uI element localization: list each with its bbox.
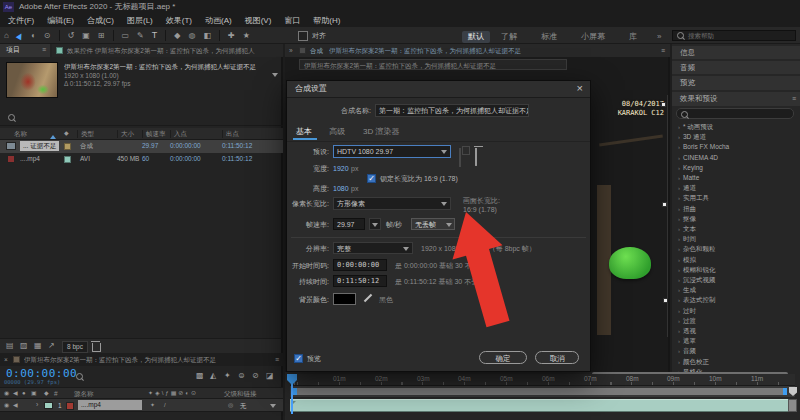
- effect-category[interactable]: ›模拟: [678, 255, 798, 265]
- workspace-small-screen-tab[interactable]: 小屏幕: [581, 32, 605, 42]
- width-value[interactable]: 1920: [333, 165, 349, 173]
- height-value[interactable]: 1080: [333, 185, 349, 193]
- panel-menu-icon[interactable]: ≡: [42, 46, 46, 53]
- viewer-breadcrumb[interactable]: 伊斯坦布尔探案2第一期：监控拍下凶杀，为何抓捕犯人却证据不足: [299, 59, 567, 70]
- roto-brush-tool-icon[interactable]: ✚: [228, 32, 235, 40]
- footage-title-caret[interactable]: [272, 66, 278, 84]
- layer-eye-icon[interactable]: ◉: [4, 402, 9, 408]
- effect-category[interactable]: ›颜色校正: [678, 357, 798, 367]
- frame-rate-caret-button[interactable]: [369, 218, 381, 230]
- project-search-row[interactable]: [0, 108, 283, 126]
- color-depth-button[interactable]: 8 bpc: [62, 341, 88, 353]
- menu-animation[interactable]: 动画(A): [205, 16, 232, 26]
- parent-caret-icon[interactable]: [270, 404, 276, 411]
- frame-blend-icon[interactable]: ⊜: [238, 372, 245, 380]
- timeline-panel-menu-icon[interactable]: ≡: [275, 356, 279, 363]
- effect-category[interactable]: ›3D 通道: [678, 132, 798, 142]
- effect-category[interactable]: ›透视: [678, 326, 798, 336]
- video-frame[interactable]: 08/04/2017 KARAKOL C12: [597, 95, 668, 337]
- selection-handle-top[interactable]: [661, 102, 666, 107]
- project-row-footage[interactable]: ....mp4 AVI 450 MB 60 0:00:00:00 0:11:50…: [0, 153, 283, 166]
- selection-handle-bottom[interactable]: [663, 298, 668, 303]
- tab-3d-renderer[interactable]: 3D 渲染器: [363, 127, 399, 137]
- duration-input[interactable]: 0:11:50:12: [333, 275, 387, 287]
- preset-copy-icon[interactable]: [459, 148, 461, 167]
- effect-category[interactable]: ›模糊和锐化: [678, 265, 798, 275]
- layer-expander-icon[interactable]: ›: [36, 401, 38, 408]
- project-table-header[interactable]: 名称 ◆ 类型 大小 帧速率 入点 出点: [0, 128, 283, 140]
- home-tool-icon[interactable]: ⌂: [4, 32, 9, 40]
- timeline-tab-close-icon[interactable]: ×: [4, 356, 8, 364]
- lock-aspect-checkbox[interactable]: ✓: [367, 174, 376, 183]
- effect-controls-tab[interactable]: 效果控件 伊斯坦布尔探案2第一期：监控拍下凶杀，为何抓捕犯人: [52, 44, 283, 57]
- preview-panel-tab[interactable]: 预览: [672, 76, 800, 90]
- layer-parent-dropdown[interactable]: 无: [240, 402, 247, 410]
- work-area-start-handle[interactable]: [293, 388, 297, 395]
- effect-category[interactable]: ›过时: [678, 306, 798, 316]
- workspace-libraries-tab[interactable]: 库: [629, 32, 637, 42]
- comp-name-input[interactable]: 第一期：监控拍下凶杀，为何抓捕犯人却证据不足: [375, 104, 529, 117]
- project-row-composition[interactable]: ... 证据不足 合成 29.97 0:00:00:00 0:11:50:12: [0, 140, 283, 153]
- dialog-title-bar[interactable]: 合成设置 ×: [287, 81, 590, 98]
- align-checkbox[interactable]: [298, 31, 308, 41]
- start-timecode-input[interactable]: 0:00:00:00: [333, 259, 387, 271]
- effect-category[interactable]: ›Keying: [678, 163, 798, 173]
- comp-label-chip[interactable]: [64, 143, 71, 150]
- viewer-panel-menu-icon[interactable]: ≡: [661, 47, 665, 54]
- footage-label-chip[interactable]: [64, 156, 71, 163]
- effect-category[interactable]: ›Matte: [678, 173, 798, 183]
- menu-window[interactable]: 窗口: [284, 16, 300, 26]
- parent-link-col[interactable]: 父级和链接: [224, 390, 257, 398]
- layer-row[interactable]: ◉ ◀ › 1 ....mp4 ✦ / ◎ 无: [0, 399, 283, 412]
- effects-presets-panel-tab[interactable]: 效果和预设: [672, 92, 800, 106]
- timeline-search-icon[interactable]: [76, 373, 83, 380]
- effect-category[interactable]: ›音频: [678, 346, 798, 356]
- effect-category[interactable]: ›时间: [678, 234, 798, 244]
- viewer-tab-title[interactable]: 伊斯坦布尔探案2第一期：监控拍下凶杀，为何抓捕犯人却证据不足: [329, 47, 639, 55]
- preset-delete-icon[interactable]: [475, 148, 477, 166]
- pickwhip-icon[interactable]: ◎: [228, 402, 233, 408]
- eraser-tool-icon[interactable]: ◧: [203, 32, 211, 40]
- layer-duration-bar[interactable]: [290, 399, 788, 412]
- bg-color-swatch[interactable]: [333, 293, 356, 305]
- workspace-standard-tab[interactable]: 标准: [541, 32, 557, 42]
- resolution-dropdown[interactable]: 完整: [333, 242, 413, 254]
- effect-category[interactable]: ›过渡: [678, 316, 798, 326]
- effect-category[interactable]: ›生成: [678, 285, 798, 295]
- new-folder-icon[interactable]: ▨: [20, 342, 28, 350]
- menu-help[interactable]: 帮助(H): [313, 16, 340, 26]
- zoom-tool-icon[interactable]: ⊙: [44, 32, 51, 40]
- effect-category[interactable]: ›杂色和颗粒: [678, 244, 798, 254]
- source-name-col[interactable]: 源名称: [74, 390, 94, 398]
- menu-file[interactable]: 文件(F): [8, 16, 34, 26]
- frame-rate-input[interactable]: 29.97: [333, 218, 365, 230]
- effects-search-box[interactable]: [676, 108, 794, 119]
- effect-category[interactable]: ›抠像: [678, 214, 798, 224]
- layer-bar-end-cap[interactable]: [788, 399, 797, 412]
- preset-dropdown[interactable]: HDTV 1080 29.97: [333, 145, 451, 158]
- menu-composition[interactable]: 合成(C): [87, 16, 114, 26]
- menu-effect[interactable]: 效果(T): [166, 16, 192, 26]
- layer-audio-icon[interactable]: ◀: [13, 402, 18, 408]
- preview-checkbox[interactable]: ✓: [294, 354, 303, 363]
- selection-handle-middle[interactable]: [662, 202, 667, 207]
- tab-basic[interactable]: 基本: [296, 127, 312, 137]
- clone-stamp-tool-icon[interactable]: ◍: [188, 32, 195, 40]
- workspace-learn-tab[interactable]: 了解: [501, 32, 517, 42]
- audio-panel-tab[interactable]: 音频: [672, 61, 800, 74]
- menu-layer[interactable]: 图层(L): [127, 16, 153, 26]
- graph-editor-icon[interactable]: ◪: [266, 372, 274, 380]
- dialog-close-icon[interactable]: ×: [577, 82, 583, 94]
- help-search-box[interactable]: 搜索帮助: [672, 30, 796, 41]
- time-ruler[interactable]: 01m 02m 03m 04m 05m 06m 07m 08m 09m 10m …: [290, 374, 795, 386]
- viewer-chevron[interactable]: »: [289, 47, 293, 55]
- cancel-button[interactable]: 取消: [535, 351, 579, 364]
- render-queue-icon[interactable]: ↗: [48, 342, 55, 350]
- effect-category[interactable]: ›CINEMA 4D: [678, 153, 798, 163]
- pixel-aspect-dropdown[interactable]: 方形像素: [333, 197, 451, 210]
- camera-tool-icon[interactable]: ▣: [82, 32, 90, 40]
- effect-category[interactable]: ›表达式控制: [678, 295, 798, 305]
- rotation-tool-icon[interactable]: ↺: [68, 32, 75, 40]
- draft-3d-icon[interactable]: ◭: [210, 372, 216, 380]
- pen-tool-icon[interactable]: ✎: [137, 32, 144, 40]
